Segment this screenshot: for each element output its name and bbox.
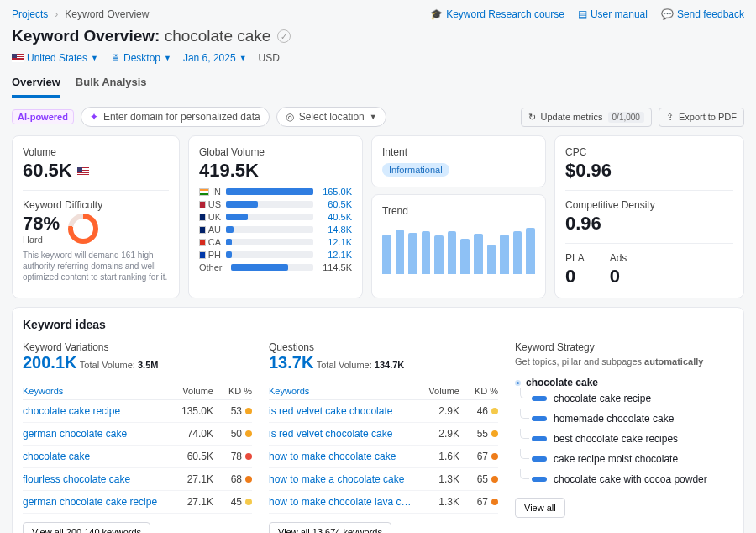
- cpc-value: $0.96: [565, 160, 733, 182]
- kd-donut-chart: [68, 214, 98, 244]
- root-dot-icon: [515, 380, 521, 386]
- strategy-bar-icon: [532, 456, 547, 462]
- keyword-link[interactable]: is red velvet cake chocolate: [269, 405, 414, 417]
- book-icon: ▤: [578, 8, 587, 20]
- global-volume-row[interactable]: AU14.8K: [199, 224, 352, 235]
- kd-value: 78%: [23, 213, 60, 235]
- flag-us-icon: [12, 54, 24, 62]
- breadcrumb-current: Keyword Overview: [65, 8, 149, 20]
- table-row: how to make chocolate cake1.6K67: [269, 446, 498, 468]
- keyword-link[interactable]: german chocolate cake recipe: [23, 496, 168, 508]
- keyword-link[interactable]: chocolate cake recipe: [23, 405, 168, 417]
- volume-label: Volume: [23, 146, 169, 158]
- ads-label: Ads: [610, 252, 627, 264]
- table-row: chocolate cake recipe135.0K53: [23, 400, 252, 423]
- desktop-icon: 🖥: [110, 52, 120, 64]
- view-all-variations-button[interactable]: View all 200,140 keywords: [23, 522, 150, 533]
- strategy-item[interactable]: cake recipe moist chocolate: [515, 449, 733, 469]
- export-pdf-button[interactable]: ⇪Export to PDF: [659, 108, 744, 127]
- chevron-down-icon: ▼: [164, 54, 171, 62]
- flag-icon: [199, 188, 209, 196]
- global-volume-row[interactable]: US60.5K: [199, 199, 352, 209]
- chevron-down-icon: ▼: [91, 54, 98, 62]
- strategy-desc: Get topics, pillar and subpages automati…: [515, 356, 733, 367]
- strategy-bar-icon: [532, 416, 547, 421]
- update-count: 0/1,000: [608, 112, 644, 123]
- trend-label: Trend: [382, 205, 535, 217]
- flag-icon: [199, 201, 206, 208]
- keyword-ideas-heading: Keyword ideas: [23, 318, 733, 331]
- volume-value: 60.5K: [23, 160, 169, 182]
- kd-label: Keyword Difficulty: [23, 199, 169, 211]
- table-row: is red velvet cake chocolate2.9K46: [269, 400, 498, 423]
- chevron-down-icon: ▼: [370, 113, 377, 121]
- global-volume-row[interactable]: PH12.1K: [199, 250, 352, 260]
- tab-overview[interactable]: Overview: [12, 76, 60, 98]
- global-volume-row[interactable]: UK40.5K: [199, 212, 352, 222]
- pla-label: PLA: [565, 252, 585, 264]
- tab-bulk-analysis[interactable]: Bulk Analysis: [76, 76, 147, 98]
- kd-level: Hard: [23, 235, 60, 245]
- table-row: is red velvet chocolate cake2.9K55: [269, 423, 498, 446]
- keyword-link[interactable]: is red velvet chocolate cake: [269, 428, 414, 440]
- intent-label: Intent: [382, 146, 535, 158]
- verified-icon[interactable]: ✓: [277, 29, 291, 43]
- view-all-questions-button[interactable]: View all 13,674 keywords: [269, 522, 391, 533]
- questions-count[interactable]: 13.7K: [269, 353, 313, 372]
- location-select[interactable]: ◎Select location ▼: [276, 107, 386, 127]
- date-filter[interactable]: Jan 6, 2025 ▼: [183, 52, 247, 64]
- questions-title: Questions: [269, 341, 498, 353]
- ads-value: 0: [610, 266, 627, 288]
- strategy-item[interactable]: chocolate cake with cocoa powder: [515, 469, 733, 489]
- strategy-title: Keyword Strategy: [515, 341, 733, 353]
- update-metrics-button[interactable]: ↻Update metrics0/1,000: [521, 108, 652, 127]
- flag-icon: [199, 239, 206, 246]
- keyword-link[interactable]: flourless chocolate cake: [23, 473, 168, 485]
- view-all-strategy-button[interactable]: View all: [515, 498, 565, 518]
- strategy-item[interactable]: homemade chocolate cake: [515, 409, 733, 429]
- breadcrumb-parent[interactable]: Projects: [12, 8, 48, 20]
- keyword-link[interactable]: how to make chocolate lava cake: [269, 496, 414, 508]
- strategy-bar-icon: [532, 436, 547, 441]
- global-volume-other: Other114.5K: [199, 262, 352, 272]
- strategy-root: chocolate cake: [515, 377, 733, 388]
- flag-icon: [199, 251, 206, 259]
- flag-us-icon: [77, 167, 89, 176]
- keyword-link[interactable]: german chocolate cake: [23, 428, 168, 440]
- domain-input[interactable]: ✦Enter domain for personalized data: [81, 107, 270, 127]
- global-volume-row[interactable]: IN165.0K: [199, 187, 352, 197]
- variations-title: Keyword Variations: [23, 341, 252, 353]
- keyword-link[interactable]: chocolate cake: [23, 451, 168, 462]
- strategy-item[interactable]: best chocolate cake recipes: [515, 429, 733, 449]
- device-filter[interactable]: 🖥Desktop ▼: [110, 52, 171, 64]
- manual-link[interactable]: ▤User manual: [578, 8, 648, 20]
- page-title: Keyword Overview: chocolate cake: [12, 27, 270, 45]
- intent-badge: Informational: [382, 163, 449, 177]
- variations-count[interactable]: 200.1K: [23, 353, 77, 372]
- density-label: Competitive Density: [565, 199, 733, 211]
- ai-powered-badge: AI-powered: [12, 109, 74, 124]
- strategy-item[interactable]: chocolate cake recipe: [515, 388, 733, 409]
- keyword-link[interactable]: how to make a chocolate cake: [269, 473, 414, 485]
- flag-icon: [199, 214, 206, 221]
- chat-icon: 💬: [661, 8, 674, 20]
- global-volume-row[interactable]: CA12.1K: [199, 237, 352, 247]
- kd-description: This keyword will demand 161 high-author…: [23, 250, 169, 282]
- pla-value: 0: [565, 266, 585, 288]
- course-link[interactable]: 🎓Keyword Research course: [430, 8, 564, 20]
- refresh-icon: ↻: [528, 112, 536, 123]
- graduation-icon: 🎓: [430, 8, 443, 20]
- cpc-label: CPC: [565, 146, 733, 158]
- table-row: german chocolate cake recipe27.1K45: [23, 491, 252, 514]
- global-volume-label: Global Volume: [199, 146, 352, 158]
- keyword-link[interactable]: how to make chocolate cake: [269, 451, 414, 462]
- country-filter[interactable]: United States ▼: [12, 52, 98, 64]
- trend-chart: [382, 224, 535, 274]
- global-volume-value: 419.5K: [199, 160, 352, 182]
- strategy-bar-icon: [532, 396, 547, 401]
- sparkle-icon: ✦: [90, 111, 98, 123]
- table-row: flourless chocolate cake27.1K68: [23, 468, 252, 491]
- chevron-right-icon: ›: [55, 8, 58, 20]
- breadcrumb: Projects › Keyword Overview: [12, 8, 430, 20]
- feedback-link[interactable]: 💬Send feedback: [661, 8, 744, 20]
